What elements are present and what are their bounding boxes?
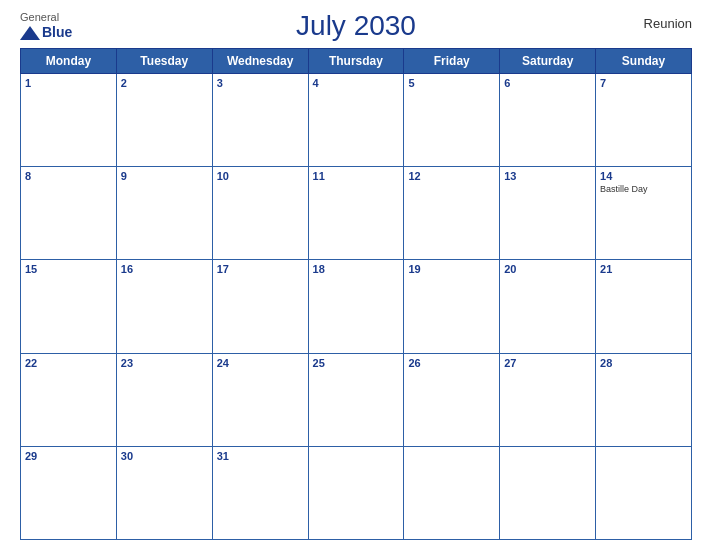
calendar-cell: 12	[404, 167, 500, 260]
calendar-cell: 4	[308, 74, 404, 167]
day-number: 13	[504, 170, 591, 182]
day-number: 7	[600, 77, 687, 89]
calendar-cell: 27	[500, 353, 596, 446]
day-number: 31	[217, 450, 304, 462]
day-number: 23	[121, 357, 208, 369]
calendar-cell: 16	[116, 260, 212, 353]
day-number: 11	[313, 170, 400, 182]
calendar-cell: 1	[21, 74, 117, 167]
weekday-header-saturday: Saturday	[500, 49, 596, 74]
calendar-cell: 22	[21, 353, 117, 446]
calendar-week-4: 22232425262728	[21, 353, 692, 446]
weekday-header-tuesday: Tuesday	[116, 49, 212, 74]
calendar-cell: 18	[308, 260, 404, 353]
calendar-cell: 3	[212, 74, 308, 167]
calendar-cell: 2	[116, 74, 212, 167]
calendar-week-5: 293031	[21, 446, 692, 539]
day-number: 14	[600, 170, 687, 182]
calendar-week-1: 1234567	[21, 74, 692, 167]
day-number: 8	[25, 170, 112, 182]
day-number: 29	[25, 450, 112, 462]
calendar-cell: 8	[21, 167, 117, 260]
calendar-cell	[404, 446, 500, 539]
day-number: 17	[217, 263, 304, 275]
calendar-cell	[596, 446, 692, 539]
calendar-cell: 26	[404, 353, 500, 446]
calendar-cell: 28	[596, 353, 692, 446]
calendar-cell: 20	[500, 260, 596, 353]
weekday-header-thursday: Thursday	[308, 49, 404, 74]
calendar-cell: 25	[308, 353, 404, 446]
day-number: 1	[25, 77, 112, 89]
day-number: 26	[408, 357, 495, 369]
logo-icon	[20, 26, 40, 40]
calendar-title: July 2030	[296, 10, 416, 42]
calendar-cell: 23	[116, 353, 212, 446]
weekday-header-friday: Friday	[404, 49, 500, 74]
calendar-cell: 29	[21, 446, 117, 539]
day-number: 12	[408, 170, 495, 182]
day-number: 25	[313, 357, 400, 369]
calendar-cell: 24	[212, 353, 308, 446]
calendar-cell: 31	[212, 446, 308, 539]
day-number: 6	[504, 77, 591, 89]
calendar-cell: 14Bastille Day	[596, 167, 692, 260]
calendar-cell: 11	[308, 167, 404, 260]
day-number: 27	[504, 357, 591, 369]
day-number: 18	[313, 263, 400, 275]
day-number: 21	[600, 263, 687, 275]
calendar-cell: 21	[596, 260, 692, 353]
calendar-cell: 9	[116, 167, 212, 260]
calendar-cell: 7	[596, 74, 692, 167]
weekday-header-monday: Monday	[21, 49, 117, 74]
calendar-cell: 15	[21, 260, 117, 353]
day-number: 2	[121, 77, 208, 89]
logo-general: General	[20, 11, 59, 24]
weekday-header-row: MondayTuesdayWednesdayThursdayFridaySatu…	[21, 49, 692, 74]
logo: General Blue	[20, 11, 72, 41]
region-label: Reunion	[644, 16, 692, 31]
calendar-cell	[500, 446, 596, 539]
day-number: 15	[25, 263, 112, 275]
weekday-header-wednesday: Wednesday	[212, 49, 308, 74]
day-number: 30	[121, 450, 208, 462]
day-number: 16	[121, 263, 208, 275]
calendar-week-3: 15161718192021	[21, 260, 692, 353]
calendar-cell: 13	[500, 167, 596, 260]
logo-blue: Blue	[42, 24, 72, 41]
calendar-cell	[308, 446, 404, 539]
calendar-cell: 19	[404, 260, 500, 353]
event-label: Bastille Day	[600, 184, 687, 196]
calendar-cell: 30	[116, 446, 212, 539]
day-number: 19	[408, 263, 495, 275]
weekday-header-sunday: Sunday	[596, 49, 692, 74]
calendar-cell: 5	[404, 74, 500, 167]
calendar-header: General Blue July 2030 Reunion	[20, 10, 692, 42]
day-number: 28	[600, 357, 687, 369]
calendar-week-2: 891011121314Bastille Day	[21, 167, 692, 260]
day-number: 4	[313, 77, 400, 89]
day-number: 10	[217, 170, 304, 182]
day-number: 22	[25, 357, 112, 369]
day-number: 9	[121, 170, 208, 182]
calendar-cell: 10	[212, 167, 308, 260]
calendar-cell: 17	[212, 260, 308, 353]
day-number: 20	[504, 263, 591, 275]
day-number: 5	[408, 77, 495, 89]
day-number: 24	[217, 357, 304, 369]
calendar-cell: 6	[500, 74, 596, 167]
day-number: 3	[217, 77, 304, 89]
svg-marker-0	[20, 26, 40, 40]
calendar-table: MondayTuesdayWednesdayThursdayFridaySatu…	[20, 48, 692, 540]
